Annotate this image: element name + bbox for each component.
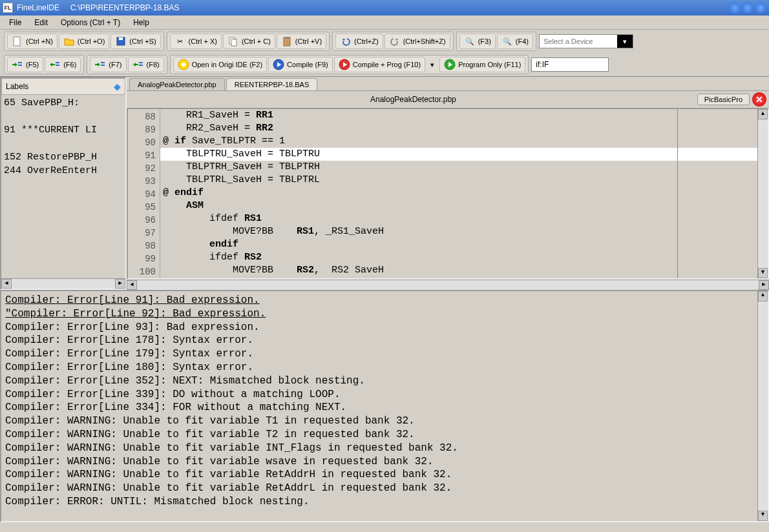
output-line: Compiler: ERROR: UNTIL: Mismatched block…: [5, 495, 764, 509]
search-icon: 🔍: [464, 36, 476, 47]
main-area: Labels ◆ 65 SavePBP_H: 91 ***CURRENT LI …: [0, 77, 769, 290]
copy-button[interactable]: (Ctrl + C): [223, 34, 275, 49]
new-label: (Ctrl +N): [26, 37, 53, 45]
code-line[interactable]: MOVE?BB RS2, RS2 SaveH: [160, 264, 757, 277]
output-pane[interactable]: Compiler: Error[Line 91]: Bad expression…: [0, 290, 769, 522]
labels-list-item[interactable]: 65 SavePBP_H:: [4, 96, 123, 110]
margin-ruler: [677, 109, 678, 278]
titlebar: FL FineLineIDE C:\PBP\REENTERPBP-18.BAS: [0, 0, 769, 15]
save-button[interactable]: (Ctrl +S): [111, 34, 160, 49]
svg-rect-12: [101, 65, 105, 66]
f7-button[interactable]: (F7): [90, 57, 126, 72]
f7-label: (F7): [109, 61, 121, 68]
menu-help[interactable]: Help: [127, 17, 156, 28]
maximize-button[interactable]: [742, 2, 753, 14]
outdent-f6-button[interactable]: (F6): [45, 57, 81, 72]
play-green-icon: [444, 59, 456, 70]
line-gutter: 888990919293949596979899100: [128, 109, 160, 278]
labels-list[interactable]: 65 SavePBP_H: 91 ***CURRENT LI 152 Resto…: [1, 95, 125, 278]
code-line[interactable]: RR2_SaveH = RR2: [160, 122, 757, 135]
minimize-button[interactable]: [729, 2, 741, 14]
code-line[interactable]: MOVE?BB RS1, _RS1_SaveH: [160, 225, 757, 238]
indent-right-icon: [12, 59, 23, 70]
compile-prog-button[interactable]: Compile + Prog (F10): [334, 57, 425, 72]
open-button[interactable]: (Ctrl +O): [59, 34, 109, 49]
code-line[interactable]: TBLPTRL_SaveH = TBLPTRL: [160, 174, 757, 187]
compile-button[interactable]: Compile (F9): [268, 57, 333, 72]
new-button[interactable]: (Ctrl +N): [7, 34, 58, 49]
device-input[interactable]: [540, 36, 617, 47]
menu-file[interactable]: File: [3, 17, 28, 28]
code-content[interactable]: RR1_SaveH = RR1 RR2_SaveH = RR2@ if Save…: [160, 109, 757, 278]
output-vscroll[interactable]: ▲▼: [757, 291, 768, 521]
output-line: Compiler: Error[Line 339]: DO without a …: [5, 388, 764, 402]
editor-hscroll[interactable]: ◄►: [127, 280, 769, 290]
toolbar-row-2: (F5) (F6) (F7) (F8) Open in Origi IDE (F…: [0, 53, 769, 76]
device-dropdown-icon[interactable]: ▾: [617, 35, 633, 48]
undo-label: (Ctrl+Z): [354, 37, 379, 45]
program-only-button[interactable]: Program Only (F11): [439, 57, 525, 72]
code-line[interactable]: ifdef RS1: [160, 212, 757, 225]
svg-rect-7: [18, 62, 22, 63]
close-window-button[interactable]: [755, 2, 766, 14]
svg-point-16: [182, 63, 185, 66]
scissors-icon: ✂: [174, 36, 186, 47]
f8-button[interactable]: (F8): [128, 57, 164, 72]
app-name: FineLineIDE: [17, 3, 59, 12]
svg-rect-10: [56, 65, 59, 66]
indent-left-icon: [49, 59, 61, 70]
labels-header[interactable]: Labels ◆: [1, 78, 125, 95]
output-line: Compiler: Error[Line 180]: Syntax error.: [5, 361, 764, 374]
open-ide-label: Open in Origi IDE (F2): [192, 61, 262, 68]
cut-label: (Ctrl + X): [189, 37, 217, 45]
output-line: Compiler: WARNING: Unable to fit variabl…: [5, 468, 764, 482]
output-line: Compiler: WARNING: Unable to fit variabl…: [5, 482, 764, 495]
menubar: File Edit Options (Ctrl + T) Help: [0, 15, 769, 30]
svg-rect-13: [139, 62, 143, 63]
compile-label: Compile (F9): [287, 61, 328, 68]
output-line: Compiler: Error[Line 91]: Bad expression…: [5, 294, 764, 307]
cut-button[interactable]: ✂ (Ctrl + X): [170, 34, 222, 49]
copy-label: (Ctrl + C): [242, 37, 271, 45]
find-button[interactable]: 🔍 (F3): [459, 34, 496, 49]
device-select[interactable]: ▾: [539, 34, 633, 48]
labels-list-item[interactable]: [4, 137, 123, 150]
svg-rect-4: [231, 39, 237, 46]
play-icon: [273, 59, 284, 70]
editor-vscroll[interactable]: ▲▼: [757, 109, 768, 278]
code-line[interactable]: TBLPTRH_SaveH = TBLPTRH: [160, 161, 757, 174]
dropdown-arrow-icon[interactable]: ▾: [427, 59, 438, 70]
code-line[interactable]: endif: [160, 238, 757, 251]
code-line[interactable]: TBLPTRU_SaveH = TBLPTRU: [160, 148, 757, 161]
menu-edit[interactable]: Edit: [28, 17, 54, 28]
output-line: Compiler: WARNING: Unable to fit variabl…: [5, 428, 764, 442]
labels-list-item[interactable]: 244 OverReEnterH: [4, 164, 123, 178]
tab-analog[interactable]: AnalogPeakDetector.pbp: [129, 78, 225, 90]
active-file-title: AnalogPeakDetector.pbp: [129, 93, 697, 106]
labels-list-item[interactable]: 152 RestorePBP_H: [4, 150, 123, 164]
code-area[interactable]: 888990919293949596979899100 RR1_SaveH = …: [127, 108, 769, 280]
code-line[interactable]: @ endif: [160, 187, 757, 200]
window-controls: [729, 2, 766, 14]
labels-list-item[interactable]: [4, 110, 123, 123]
toolbar-row-1: (Ctrl +N) (Ctrl +O) (Ctrl +S) ✂ (Ctrl + …: [0, 30, 769, 53]
menu-options[interactable]: Options (Ctrl + T): [54, 17, 127, 28]
code-line[interactable]: RR1_SaveH = RR1: [160, 109, 757, 122]
output-line: Compiler: Error[Line 334]: FOR without a…: [5, 401, 764, 414]
tab-reenter[interactable]: REENTERPBP-18.BAS: [226, 78, 318, 90]
code-line[interactable]: ASM: [160, 200, 757, 212]
code-line[interactable]: ifdef RS2: [160, 251, 757, 264]
code-line[interactable]: @ if Save_TBLPTR == 1: [160, 135, 757, 148]
paste-button[interactable]: (Ctrl +V): [277, 34, 326, 49]
labels-hscroll[interactable]: ◄►: [1, 278, 125, 289]
indent-f5-button[interactable]: (F5): [7, 57, 43, 72]
open-ide-button[interactable]: Open in Origi IDE (F2): [173, 57, 267, 72]
labels-title: Labels: [6, 82, 28, 91]
redo-button[interactable]: (Ctrl+Shift+Z): [384, 34, 450, 49]
replace-button[interactable]: 🔍 (F4): [497, 34, 533, 49]
undo-button[interactable]: (Ctrl+Z): [335, 34, 383, 49]
close-tab-button[interactable]: ✕: [752, 92, 766, 107]
output-line: Compiler: WARNING: Unable to fit variabl…: [5, 442, 764, 455]
output-line: Compiler: WARNING: Unable to fit variabl…: [5, 455, 764, 469]
labels-list-item[interactable]: 91 ***CURRENT LI: [4, 123, 123, 137]
